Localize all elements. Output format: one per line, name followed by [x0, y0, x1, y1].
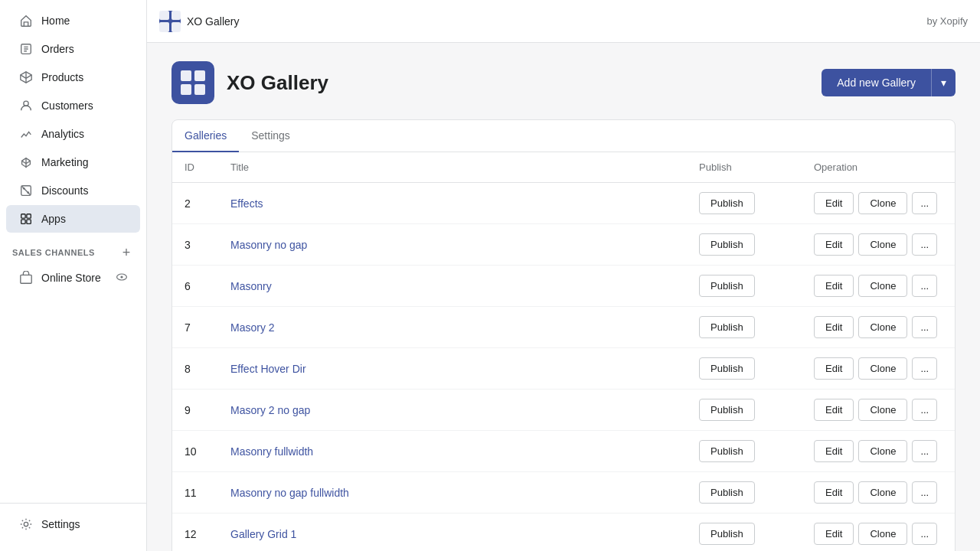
publish-button-9[interactable]: Publish [699, 399, 755, 421]
more-button-12[interactable]: ... [912, 523, 937, 545]
row-id-7: 7 [172, 307, 218, 348]
gallery-link-12[interactable]: Gallery Grid 1 [230, 528, 296, 540]
edit-button-9[interactable]: Edit [814, 399, 854, 421]
galleries-table: ID Title Publish Operation 2 Effects Pub… [172, 152, 955, 551]
edit-button-7[interactable]: Edit [814, 316, 854, 338]
clone-button-12[interactable]: Clone [858, 523, 907, 545]
gallery-link-7[interactable]: Masory 2 [230, 321, 275, 334]
row-publish-7: Publish [687, 307, 802, 348]
edit-button-3[interactable]: Edit [814, 233, 854, 256]
gallery-link-6[interactable]: Masonry [230, 280, 272, 292]
table-row: 11 Masonry no gap fullwidth Publish Edit… [172, 472, 955, 514]
gallery-link-10[interactable]: Masonry fullwidth [230, 445, 313, 458]
clone-button-2[interactable]: Clone [858, 192, 907, 214]
sidebar-item-apps[interactable]: Apps [6, 205, 140, 233]
sidebar-nav: Home Orders Products Customers Analytics… [0, 0, 146, 503]
sidebar-item-orders[interactable]: Orders [6, 35, 140, 63]
sidebar-item-products[interactable]: Products [6, 64, 140, 91]
publish-button-3[interactable]: Publish [699, 233, 755, 256]
more-button-8[interactable]: ... [912, 357, 937, 380]
table-row: 2 Effects Publish Edit Clone ... [172, 183, 955, 224]
clone-button-11[interactable]: Clone [858, 481, 907, 504]
sidebar-item-marketing[interactable]: Marketing [6, 148, 140, 176]
sidebar-item-online-store[interactable]: Online Store [6, 264, 140, 292]
gallery-link-11[interactable]: Masonry no gap fullwidth [230, 487, 349, 499]
svg-point-11 [120, 276, 122, 278]
more-button-3[interactable]: ... [912, 233, 937, 256]
table-row: 10 Masonry fullwidth Publish Edit Clone … [172, 431, 955, 472]
clone-button-7[interactable]: Clone [858, 316, 907, 338]
row-id-2: 2 [172, 183, 218, 224]
add-gallery-button[interactable]: Add new Gallery [822, 69, 931, 96]
edit-button-11[interactable]: Edit [814, 481, 854, 504]
sidebar-item-label-home: Home [41, 15, 70, 27]
clone-button-3[interactable]: Clone [858, 233, 907, 256]
more-button-10[interactable]: ... [912, 440, 937, 462]
publish-button-11[interactable]: Publish [699, 481, 755, 504]
clone-button-6[interactable]: Clone [858, 275, 907, 297]
sidebar-item-label-products: Products [41, 71, 83, 83]
publish-button-2[interactable]: Publish [699, 192, 755, 214]
sidebar-item-label-marketing: Marketing [41, 156, 88, 168]
gallery-link-9[interactable]: Masory 2 no gap [230, 404, 310, 416]
edit-button-10[interactable]: Edit [814, 440, 854, 462]
clone-button-10[interactable]: Clone [858, 440, 907, 462]
tab-galleries[interactable]: Galleries [172, 120, 239, 152]
gallery-link-8[interactable]: Effect Hover Dir [230, 363, 306, 375]
more-button-7[interactable]: ... [912, 316, 937, 338]
publish-button-10[interactable]: Publish [699, 440, 755, 462]
publish-button-8[interactable]: Publish [699, 357, 755, 380]
more-button-9[interactable]: ... [912, 399, 937, 421]
add-channel-button[interactable]: + [119, 245, 134, 260]
publish-button-7[interactable]: Publish [699, 316, 755, 338]
row-operations-6: Edit Clone ... [802, 266, 955, 307]
tab-settings[interactable]: Settings [239, 120, 302, 152]
marketing-icon [18, 155, 34, 170]
publish-button-6[interactable]: Publish [699, 275, 755, 297]
svg-rect-9 [21, 275, 31, 283]
row-operations-10: Edit Clone ... [802, 431, 955, 472]
apps-icon [18, 211, 34, 227]
edit-button-6[interactable]: Edit [814, 275, 854, 297]
col-header-publish: Publish [687, 152, 802, 183]
row-id-8: 8 [172, 348, 218, 390]
logo-grid-icon [159, 11, 181, 32]
svg-point-12 [24, 522, 28, 526]
sidebar-item-customers[interactable]: Customers [6, 92, 140, 119]
publish-button-12[interactable]: Publish [699, 523, 755, 545]
clone-button-9[interactable]: Clone [858, 399, 907, 421]
main-content: XO Gallery by Xopify XO Gallery Add new … [147, 0, 980, 551]
row-id-6: 6 [172, 266, 218, 307]
row-id-9: 9 [172, 390, 218, 431]
sidebar-item-settings[interactable]: Settings [6, 510, 140, 538]
edit-button-2[interactable]: Edit [814, 192, 854, 214]
app-header: XO Gallery Add new Gallery ▾ [172, 61, 956, 104]
row-publish-12: Publish [687, 514, 802, 552]
sidebar-item-home[interactable]: Home [6, 7, 140, 34]
sidebar-item-analytics[interactable]: Analytics [6, 120, 140, 148]
more-button-2[interactable]: ... [912, 192, 937, 214]
edit-button-8[interactable]: Edit [814, 357, 854, 380]
more-button-6[interactable]: ... [912, 275, 937, 297]
gallery-link-3[interactable]: Masonry no gap [230, 239, 307, 251]
clone-button-8[interactable]: Clone [858, 357, 907, 380]
row-publish-9: Publish [687, 390, 802, 431]
row-publish-2: Publish [687, 183, 802, 224]
table-row: 12 Gallery Grid 1 Publish Edit Clone ... [172, 514, 955, 552]
topbar-logo [159, 11, 181, 32]
edit-button-12[interactable]: Edit [814, 523, 854, 545]
row-title-8: Effect Hover Dir [218, 348, 687, 390]
row-operations-7: Edit Clone ... [802, 307, 955, 348]
more-button-11[interactable]: ... [912, 481, 937, 504]
svg-rect-6 [27, 214, 31, 218]
svg-rect-7 [21, 220, 25, 223]
add-gallery-dropdown-button[interactable]: ▾ [931, 69, 956, 96]
home-icon [18, 13, 34, 28]
gallery-link-2[interactable]: Effects [230, 197, 263, 210]
store-icon [18, 270, 34, 285]
col-header-title: Title [218, 152, 687, 183]
table-row: 8 Effect Hover Dir Publish Edit Clone ..… [172, 348, 955, 390]
sidebar-item-discounts[interactable]: Discounts [6, 177, 140, 204]
sidebar-item-label-discounts: Discounts [41, 184, 88, 197]
sidebar-item-label-customers: Customers [41, 99, 93, 112]
